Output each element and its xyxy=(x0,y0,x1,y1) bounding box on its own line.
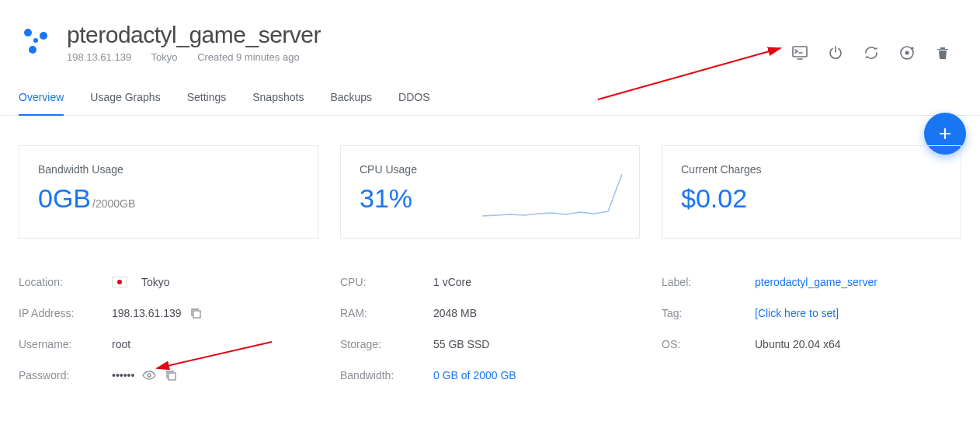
ram-value: 2048 MB xyxy=(433,307,477,319)
tab-overview[interactable]: Overview xyxy=(19,91,64,116)
tabs: Overview Usage Graphs Settings Snapshots… xyxy=(0,63,980,116)
username-value: root xyxy=(112,338,130,350)
copy-password-icon[interactable] xyxy=(164,368,178,382)
bandwidth-spec-label: Bandwidth: xyxy=(340,369,433,381)
reveal-password-icon[interactable] xyxy=(142,368,156,382)
header-location: Tokyo xyxy=(151,51,178,63)
tab-backups[interactable]: Backups xyxy=(330,91,372,115)
ip-value: 198.13.61.139 xyxy=(112,306,203,320)
server-label-label: Label: xyxy=(662,276,755,288)
svg-point-2 xyxy=(29,46,36,54)
svg-point-9 xyxy=(148,374,151,377)
bandwidth-value: 0GB xyxy=(38,183,91,213)
tag-value[interactable]: [Click here to set] xyxy=(755,307,839,319)
console-icon[interactable] xyxy=(792,45,808,61)
details-mid: CPU: 1 vCore RAM: 2048 MB Storage: 55 GB… xyxy=(340,267,640,391)
storage-label: Storage: xyxy=(340,338,433,350)
server-label-value[interactable]: pterodactyl_game_server xyxy=(755,276,877,288)
server-title: pterodactyl_game_server xyxy=(67,22,792,48)
copy-ip-icon[interactable] xyxy=(189,306,203,320)
cpu-sparkline xyxy=(482,172,622,219)
svg-point-1 xyxy=(40,32,47,40)
svg-point-0 xyxy=(24,29,32,37)
header-ip: 198.13.61.139 xyxy=(67,51,131,63)
cpu-spec-value: 1 vCore xyxy=(433,276,471,288)
cpu-card: CPU Usage 31% xyxy=(340,145,640,239)
charges-card: Current Charges $0.02 xyxy=(662,145,961,239)
tab-ddos[interactable]: DDOS xyxy=(398,91,429,115)
password-label: Password: xyxy=(19,369,112,381)
power-icon[interactable] xyxy=(828,45,843,61)
tab-settings[interactable]: Settings xyxy=(187,91,227,115)
tab-usage-graphs[interactable]: Usage Graphs xyxy=(90,91,160,115)
delete-icon[interactable] xyxy=(935,45,950,61)
svg-point-6 xyxy=(905,51,909,55)
ram-label: RAM: xyxy=(340,307,433,319)
japan-flag-icon xyxy=(112,277,127,287)
ubuntu-logo-icon xyxy=(19,25,53,59)
details-right: Label: pterodactyl_game_server Tag: [Cli… xyxy=(662,267,961,391)
tag-label: Tag: xyxy=(662,307,755,319)
svg-point-7 xyxy=(912,47,914,50)
header-created: Created 9 minutes ago xyxy=(197,51,300,63)
svg-rect-8 xyxy=(193,311,200,318)
svg-rect-10 xyxy=(169,373,175,380)
location-value: Tokyo xyxy=(112,276,170,288)
bandwidth-spec-value[interactable]: 0 GB of 2000 GB xyxy=(433,369,516,381)
location-label: Location: xyxy=(19,276,112,288)
charges-value: $0.02 xyxy=(681,183,942,214)
details-left: Location: Tokyo IP Address: 198.13.61.13… xyxy=(19,267,318,391)
password-value: •••••• xyxy=(112,368,178,382)
bandwidth-title: Bandwidth Usage xyxy=(38,163,299,176)
charges-title: Current Charges xyxy=(681,163,942,176)
bandwidth-card: Bandwidth Usage 0GB/2000GB xyxy=(19,145,318,239)
svg-point-3 xyxy=(33,38,38,43)
tab-snapshots[interactable]: Snapshots xyxy=(252,91,304,115)
username-label: Username: xyxy=(19,338,112,350)
cpu-spec-label: CPU: xyxy=(340,276,433,288)
svg-rect-4 xyxy=(793,47,807,57)
server-subtitle: 198.13.61.139 Tokyo Created 9 minutes ag… xyxy=(67,51,792,63)
restart-icon[interactable] xyxy=(864,45,879,61)
storage-value: 55 GB SSD xyxy=(433,338,489,350)
ip-label: IP Address: xyxy=(19,307,112,319)
os-label: OS: xyxy=(662,338,755,350)
os-value: Ubuntu 20.04 x64 xyxy=(755,338,841,350)
reinstall-icon[interactable] xyxy=(899,45,915,61)
bandwidth-limit: /2000GB xyxy=(92,197,135,210)
